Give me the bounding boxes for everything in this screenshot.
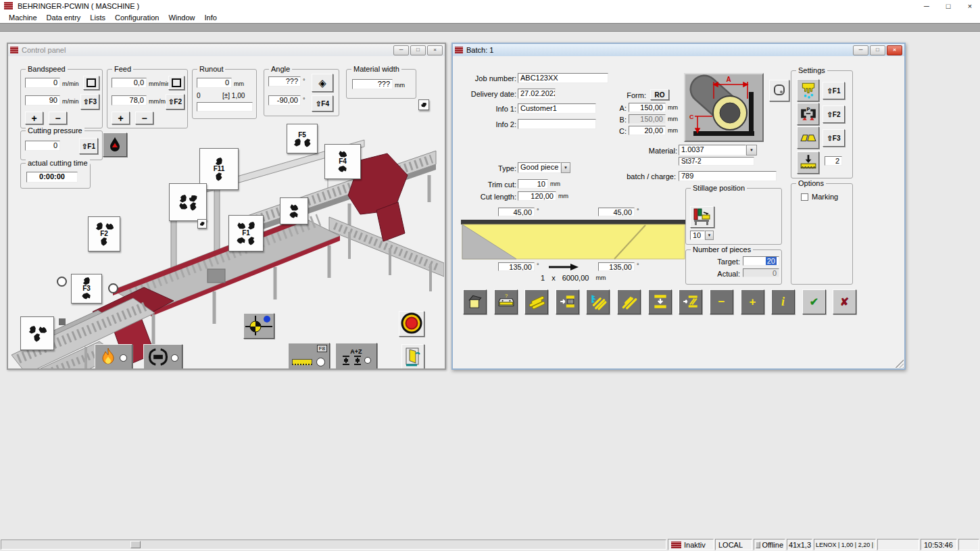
- menu-configuration[interactable]: Configuration: [110, 14, 164, 22]
- bandspeed-f3-button[interactable]: ⇧F3: [80, 94, 99, 110]
- cut-length-field[interactable]: 120,00: [518, 191, 556, 201]
- material-width-field[interactable]: ???: [352, 79, 393, 89]
- profile-settings-button[interactable]: [797, 126, 819, 149]
- bandspeed-minus-button[interactable]: −: [49, 112, 67, 124]
- minimize-icon[interactable]: ─: [921, 2, 933, 10]
- toolbar-cut-list-button[interactable]: [586, 289, 610, 314]
- close-icon[interactable]: ×: [887, 45, 902, 55]
- feed-actual-field[interactable]: 0,0: [112, 78, 147, 88]
- mdi-scrollbar-thumb[interactable]: [130, 541, 141, 548]
- info1-field[interactable]: Customer1: [518, 103, 596, 114]
- blade-count-field[interactable]: 2: [825, 156, 842, 166]
- reference-point-button[interactable]: [243, 313, 274, 339]
- blade-f8-button[interactable]: F8: [288, 343, 330, 368]
- close-icon[interactable]: ×: [427, 45, 443, 55]
- toolbar-plus-button[interactable]: +: [741, 289, 764, 314]
- bandspeed-display-button[interactable]: [83, 76, 99, 90]
- toolbar-bundle-button[interactable]: [524, 289, 548, 314]
- feed-plus-button[interactable]: +: [112, 112, 130, 124]
- coolant-settings-button[interactable]: [797, 79, 819, 101]
- batch-charge-field[interactable]: 789: [679, 171, 777, 181]
- toolbar-cancel-button[interactable]: ✘: [833, 289, 856, 314]
- clamp-button[interactable]: [143, 344, 182, 368]
- minimize-icon[interactable]: ─: [853, 45, 868, 55]
- feed-f2-button[interactable]: ⇧F2: [166, 94, 185, 110]
- angle-f4-button[interactable]: ⇧F4: [312, 95, 333, 112]
- mdi-scrollbar[interactable]: [1, 540, 666, 550]
- angle-top-right-field[interactable]: 45,00: [598, 208, 635, 216]
- machine-sensor-button[interactable]: [197, 219, 207, 229]
- machine-corner-button[interactable]: [418, 99, 429, 110]
- toolbar-feed-position-button[interactable]: [679, 289, 702, 314]
- minimize-icon[interactable]: ─: [393, 45, 409, 55]
- machine-hand-button-c[interactable]: [20, 316, 54, 350]
- form-button[interactable]: RO: [650, 89, 669, 100]
- machine-indicator-button-1[interactable]: [57, 277, 67, 287]
- bandspeed-plus-button[interactable]: +: [25, 112, 43, 124]
- job-number-field[interactable]: ABC123XX: [518, 73, 608, 83]
- menu-machine[interactable]: Machine: [4, 14, 42, 22]
- feed-minus-button[interactable]: −: [135, 112, 153, 124]
- trim-cut-field[interactable]: 10: [518, 179, 548, 189]
- angle-set-field[interactable]: -90,00: [268, 95, 301, 105]
- machine-function-button-f3[interactable]: F3: [71, 274, 102, 304]
- stillage-dropdown-icon[interactable]: ▼: [705, 231, 714, 240]
- settings-f3-button[interactable]: ⇧F3: [823, 129, 845, 147]
- angle-bottom-left-field[interactable]: 135,00: [498, 262, 535, 271]
- feed-display-button[interactable]: [168, 76, 185, 90]
- batch-title-bar[interactable]: Batch: 1 ─ □ ×: [453, 44, 904, 56]
- angle-bottom-right-field[interactable]: 135,00: [598, 262, 635, 271]
- machine-hand-button-a[interactable]: [169, 183, 207, 221]
- stillage-position-combo[interactable]: 10: [690, 231, 705, 240]
- angle-actual-field[interactable]: ???: [268, 76, 301, 87]
- vise-az-button[interactable]: A+Z: [335, 343, 377, 368]
- angle-top-left-field[interactable]: 45,00: [498, 208, 535, 216]
- feed-set-field[interactable]: 78,0: [112, 95, 147, 105]
- toolbar-minus-button[interactable]: −: [710, 289, 733, 314]
- restore-icon[interactable]: □: [410, 45, 426, 55]
- runout-field[interactable]: 0: [197, 78, 232, 88]
- material-combo[interactable]: 1.0037: [679, 145, 746, 155]
- material-dropdown-icon[interactable]: ▼: [746, 145, 757, 155]
- control-panel-title-bar[interactable]: Control panel ─ □ ×: [8, 44, 445, 56]
- menu-lists[interactable]: Lists: [85, 14, 110, 22]
- type-combo[interactable]: Good piece: [518, 162, 561, 173]
- angle-reference-button[interactable]: ◈: [312, 74, 333, 92]
- type-dropdown-icon[interactable]: ▼: [561, 162, 570, 173]
- cutting-pressure-field[interactable]: 0: [25, 141, 60, 151]
- marking-checkbox[interactable]: [801, 193, 808, 201]
- menu-info[interactable]: Info: [200, 14, 222, 22]
- coolant-button[interactable]: [103, 133, 127, 157]
- machine-hand-button-b[interactable]: [280, 197, 308, 224]
- restore-icon[interactable]: □: [870, 45, 885, 55]
- maximize-icon[interactable]: □: [942, 2, 954, 10]
- info2-field[interactable]: [518, 119, 596, 129]
- toolbar-info-button[interactable]: i: [771, 289, 795, 314]
- bandspeed-set-field[interactable]: 90: [25, 95, 60, 105]
- menu-window[interactable]: Window: [164, 14, 199, 22]
- target-field[interactable]: 20: [743, 256, 779, 266]
- toolbar-ok-button[interactable]: ✔: [802, 289, 826, 314]
- toolbar-piece-button[interactable]: [463, 289, 487, 314]
- machine-indicator-button-2[interactable]: [108, 283, 118, 293]
- machine-function-button-f1[interactable]: F1: [228, 215, 264, 251]
- torch-button[interactable]: [95, 344, 132, 368]
- settings-f2-button[interactable]: ⇧F2: [823, 105, 845, 123]
- delivery-date-field[interactable]: 27.02.2022: [518, 89, 556, 99]
- toolbar-machine-button[interactable]: ?: [494, 289, 518, 314]
- cutting-pressure-f1-button[interactable]: ⇧F1: [79, 138, 98, 154]
- clamping-settings-button[interactable]: P: [797, 103, 819, 125]
- dim-c-field[interactable]: 20,00: [629, 126, 666, 135]
- toolbar-clamp-down-button[interactable]: [648, 289, 672, 314]
- bandspeed-actual-field[interactable]: 0: [25, 78, 60, 88]
- machine-function-button-f2[interactable]: F2: [88, 216, 120, 251]
- toolbar-hatch-button[interactable]: [617, 289, 641, 314]
- resize-grip[interactable]: [896, 360, 904, 368]
- settings-f1-button[interactable]: ⇧F1: [823, 82, 845, 99]
- machine-function-button-f5[interactable]: F5: [287, 124, 318, 153]
- toolbar-feed-in-button[interactable]: [556, 289, 579, 314]
- menu-data-entry[interactable]: Data entry: [42, 14, 86, 22]
- close-icon[interactable]: ×: [964, 2, 976, 10]
- machine-function-button-f4[interactable]: F4: [324, 144, 361, 179]
- stillage-button[interactable]: [690, 206, 714, 228]
